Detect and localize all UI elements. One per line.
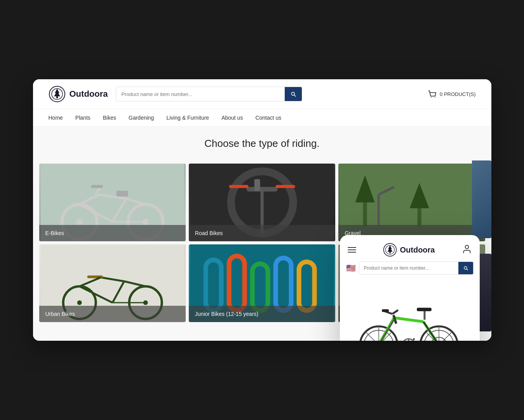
flag-icon: 🇺🇸 xyxy=(346,263,356,273)
svg-rect-20 xyxy=(91,185,103,188)
nav-about[interactable]: About us xyxy=(221,109,243,126)
bike-card-urban[interactable]: Urban Bikes xyxy=(39,244,186,322)
logo-icon xyxy=(49,85,66,103)
desktop-search-button[interactable] xyxy=(285,87,302,101)
svg-point-65 xyxy=(465,245,468,249)
product-image xyxy=(355,289,464,341)
svg-point-38 xyxy=(77,300,82,305)
ebikes-label: E-Bikes xyxy=(45,230,64,236)
browser-window: Outdoora 0 PRODUCT(S) Home Plants Bikes … xyxy=(33,79,491,341)
svg-line-96 xyxy=(413,338,414,340)
mobile-logo-icon xyxy=(383,243,397,257)
bike-card-junior[interactable]: Junior Bikes (12-15 years) xyxy=(189,244,335,322)
junior-label: Junior Bikes (12-15 years) xyxy=(195,311,258,317)
urban-overlay: Urban Bikes xyxy=(39,306,186,322)
svg-point-6 xyxy=(435,97,436,98)
hamburger-menu[interactable] xyxy=(348,247,356,253)
bike-card-road[interactable]: Road Bikes xyxy=(189,164,335,241)
svg-point-10 xyxy=(76,219,82,225)
user-icon[interactable] xyxy=(462,244,472,256)
right-card-top xyxy=(472,160,491,238)
svg-rect-27 xyxy=(275,185,295,188)
mobile-overlay: Outdoora 🇺🇸 xyxy=(340,235,480,341)
mobile-search-input[interactable] xyxy=(359,262,458,274)
svg-rect-24 xyxy=(254,179,260,191)
cart-label: 0 PRODUCT(S) xyxy=(440,91,475,97)
nav-gardening[interactable]: Gardening xyxy=(129,109,154,126)
mobile-logo[interactable]: Outdoora xyxy=(383,243,435,257)
nav-bikes[interactable]: Bikes xyxy=(103,109,116,126)
nav-home[interactable]: Home xyxy=(49,109,63,126)
desktop-search-bar[interactable] xyxy=(116,87,302,101)
svg-rect-91 xyxy=(417,308,432,311)
svg-rect-18 xyxy=(116,191,128,197)
site-nav: Home Plants Bikes Gardening Living & Fur… xyxy=(33,109,491,127)
hamburger-line3 xyxy=(348,252,356,253)
svg-rect-26 xyxy=(229,185,248,188)
nav-contact[interactable]: Contact us xyxy=(255,109,281,126)
bike-card-ebikes[interactable]: E-Bikes xyxy=(39,164,186,241)
svg-line-88 xyxy=(392,310,398,314)
mobile-header: Outdoora xyxy=(340,235,480,261)
svg-rect-89 xyxy=(382,309,389,312)
logo-text: Outdoora xyxy=(70,89,108,99)
road-label: Road Bikes xyxy=(195,230,223,236)
person-icon xyxy=(462,244,472,254)
hamburger-line1 xyxy=(348,247,356,248)
mobile-search-button[interactable] xyxy=(458,262,473,274)
desktop-search-input[interactable] xyxy=(116,87,285,101)
mobile-logo-text: Outdoora xyxy=(400,246,435,254)
cart-icon xyxy=(428,91,437,98)
hero-title: Choose the type of riding. xyxy=(33,127,491,157)
urban-label: Urban Bikes xyxy=(45,311,75,317)
product-bike-svg xyxy=(355,289,464,341)
hamburger-line2 xyxy=(348,249,356,250)
svg-rect-64 xyxy=(389,252,390,253)
nav-living[interactable]: Living & Furniture xyxy=(166,109,209,126)
bike-card-gravel[interactable]: Gravel xyxy=(338,164,485,241)
svg-line-81 xyxy=(394,318,423,322)
svg-point-5 xyxy=(431,97,432,98)
site-header: Outdoora 0 PRODUCT(S) xyxy=(33,79,491,109)
mobile-search-icon xyxy=(463,265,468,271)
ebikes-overlay: E-Bikes xyxy=(39,225,186,241)
mobile-search-row: 🇺🇸 xyxy=(340,261,480,281)
product-image-area xyxy=(340,281,480,341)
svg-line-47 xyxy=(97,277,101,278)
svg-marker-3 xyxy=(54,91,60,96)
cart-area[interactable]: 0 PRODUCT(S) xyxy=(428,91,475,98)
mobile-search-bar[interactable] xyxy=(359,261,474,275)
junior-overlay: Junior Bikes (12-15 years) xyxy=(189,306,335,322)
logo-area[interactable]: Outdoora xyxy=(49,85,108,103)
svg-rect-4 xyxy=(56,96,58,98)
road-overlay: Road Bikes xyxy=(189,225,335,241)
svg-marker-63 xyxy=(387,247,392,252)
nav-plants[interactable]: Plants xyxy=(75,109,91,126)
search-icon xyxy=(290,91,296,97)
